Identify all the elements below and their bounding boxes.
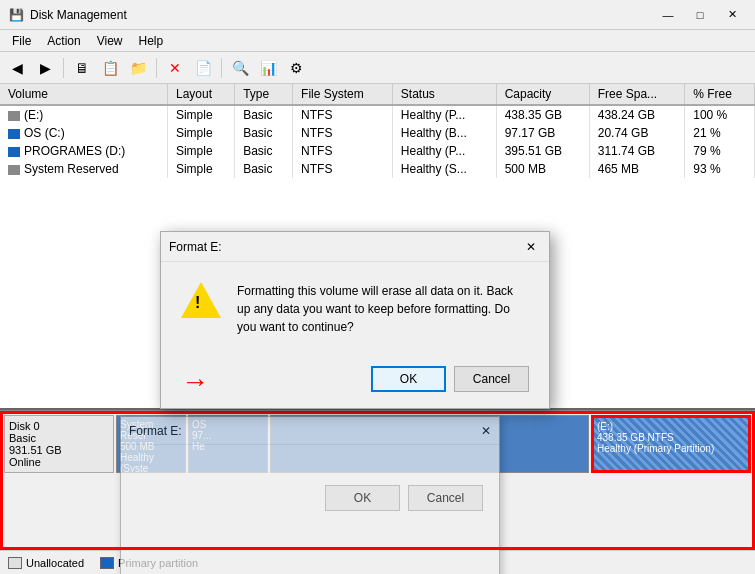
- cell-free: 20.74 GB: [589, 124, 685, 142]
- cell-layout: Simple: [167, 124, 234, 142]
- legend-unallocated: Unallocated: [8, 557, 84, 569]
- cell-volume: System Reserved: [0, 160, 167, 178]
- cell-free: 438.24 GB: [589, 105, 685, 124]
- col-fs: File System: [293, 84, 393, 105]
- disk-size: 931.51 GB: [9, 444, 109, 456]
- toolbar-btn-6[interactable]: 📊: [255, 55, 281, 81]
- dialog-message: Formatting this volume will erase all da…: [237, 282, 529, 336]
- forward-button[interactable]: ▶: [32, 55, 58, 81]
- cell-layout: Simple: [167, 142, 234, 160]
- menu-view[interactable]: View: [89, 30, 131, 51]
- separator-3: [221, 58, 222, 78]
- unallocated-label: Unallocated: [26, 557, 84, 569]
- partition-size: 438.35 GB NTFS: [597, 432, 745, 443]
- disk-info: Disk 0 Basic 931.51 GB Online: [4, 415, 114, 473]
- disk-type: Basic: [9, 432, 109, 444]
- menu-bar: File Action View Help: [0, 30, 755, 52]
- app-icon: 💾: [8, 7, 24, 23]
- unallocated-box: [8, 557, 22, 569]
- cell-free: 465 MB: [589, 160, 685, 178]
- separator-1: [63, 58, 64, 78]
- cell-pct: 100 %: [685, 105, 755, 124]
- cell-type: Basic: [235, 142, 293, 160]
- app-title: Disk Management: [30, 8, 653, 22]
- close-button[interactable]: ✕: [717, 5, 747, 25]
- back-button[interactable]: ◀: [4, 55, 30, 81]
- cell-volume: PROGRAMES (D:): [0, 142, 167, 160]
- toolbar-btn-7[interactable]: ⚙: [283, 55, 309, 81]
- primary-box: [100, 557, 114, 569]
- disk-label: Disk 0: [9, 420, 109, 432]
- separator-2: [156, 58, 157, 78]
- menu-file[interactable]: File: [4, 30, 39, 51]
- behind-dialog-title: Format E:: [129, 424, 182, 438]
- col-type: Type: [235, 84, 293, 105]
- cell-type: Basic: [235, 160, 293, 178]
- col-layout: Layout: [167, 84, 234, 105]
- cell-volume: OS (C:): [0, 124, 167, 142]
- partition-label: (E:): [597, 421, 745, 432]
- table-row[interactable]: (E:) Simple Basic NTFS Healthy (P... 438…: [0, 105, 755, 124]
- disk-table: Volume Layout Type File System Status Ca…: [0, 84, 755, 178]
- dialog-title: Format E:: [169, 240, 521, 254]
- cell-layout: Simple: [167, 160, 234, 178]
- table-row[interactable]: System Reserved Simple Basic NTFS Health…: [0, 160, 755, 178]
- minimize-button[interactable]: —: [653, 5, 683, 25]
- menu-action[interactable]: Action: [39, 30, 88, 51]
- dialog-ok-button[interactable]: OK: [371, 366, 446, 392]
- toolbar-btn-2[interactable]: 📋: [97, 55, 123, 81]
- cell-pct: 79 %: [685, 142, 755, 160]
- cell-status: Healthy (P...: [392, 142, 496, 160]
- cell-capacity: 438.35 GB: [496, 105, 589, 124]
- cell-pct: 93 %: [685, 160, 755, 178]
- maximize-button[interactable]: □: [685, 5, 715, 25]
- col-pct: % Free: [685, 84, 755, 105]
- toolbar-btn-1[interactable]: 🖥: [69, 55, 95, 81]
- disk-status: Online: [9, 456, 109, 468]
- format-dialog-behind: Format E: ✕ OK Cancel: [120, 416, 500, 574]
- toolbar-btn-4[interactable]: 📄: [190, 55, 216, 81]
- toolbar-btn-delete[interactable]: ✕: [162, 55, 188, 81]
- main-content: Volume Layout Type File System Status Ca…: [0, 84, 755, 550]
- cell-status: Healthy (S...: [392, 160, 496, 178]
- cell-pct: 21 %: [685, 124, 755, 142]
- cell-fs: NTFS: [293, 160, 393, 178]
- behind-ok-button[interactable]: OK: [325, 485, 400, 511]
- partition-e[interactable]: (E:) 438.35 GB NTFS Healthy (Primary Par…: [591, 415, 751, 473]
- format-dialog: Format E: ✕ Formatting this volume will …: [160, 231, 550, 409]
- dialog-body: Formatting this volume will erase all da…: [161, 262, 549, 356]
- dialog-close-button[interactable]: ✕: [521, 237, 541, 257]
- menu-help[interactable]: Help: [131, 30, 172, 51]
- toolbar: ◀ ▶ 🖥 📋 📁 ✕ 📄 🔍 📊 ⚙: [0, 52, 755, 84]
- toolbar-btn-5[interactable]: 🔍: [227, 55, 253, 81]
- toolbar-btn-3[interactable]: 📁: [125, 55, 151, 81]
- warning-icon: [181, 282, 221, 322]
- cell-capacity: 97.17 GB: [496, 124, 589, 142]
- cell-fs: NTFS: [293, 105, 393, 124]
- arrow-indicator: →: [181, 366, 209, 398]
- cell-fs: NTFS: [293, 124, 393, 142]
- cell-fs: NTFS: [293, 142, 393, 160]
- window-controls: — □ ✕: [653, 5, 747, 25]
- partition-status: Healthy (Primary Partition): [597, 443, 745, 454]
- cell-capacity: 500 MB: [496, 160, 589, 178]
- cell-layout: Simple: [167, 105, 234, 124]
- col-capacity: Capacity: [496, 84, 589, 105]
- format-dialog-container: Format E: ✕ Formatting this volume will …: [160, 231, 550, 409]
- cell-type: Basic: [235, 105, 293, 124]
- cell-capacity: 395.51 GB: [496, 142, 589, 160]
- title-bar: 💾 Disk Management — □ ✕: [0, 0, 755, 30]
- disk-area: Disk 0 Basic 931.51 GB Online System Res…: [0, 410, 755, 550]
- table-row[interactable]: OS (C:) Simple Basic NTFS Healthy (B... …: [0, 124, 755, 142]
- cell-free: 311.74 GB: [589, 142, 685, 160]
- table-row[interactable]: PROGRAMES (D:) Simple Basic NTFS Healthy…: [0, 142, 755, 160]
- cell-status: Healthy (B...: [392, 124, 496, 142]
- dialog-cancel-button[interactable]: Cancel: [454, 366, 529, 392]
- dialog-buttons: → OK Cancel: [161, 356, 549, 408]
- dialog-titlebar: Format E: ✕: [161, 232, 549, 262]
- cell-status: Healthy (P...: [392, 105, 496, 124]
- cell-volume: (E:): [0, 105, 167, 124]
- behind-cancel-button[interactable]: Cancel: [408, 485, 483, 511]
- cell-type: Basic: [235, 124, 293, 142]
- col-volume: Volume: [0, 84, 167, 105]
